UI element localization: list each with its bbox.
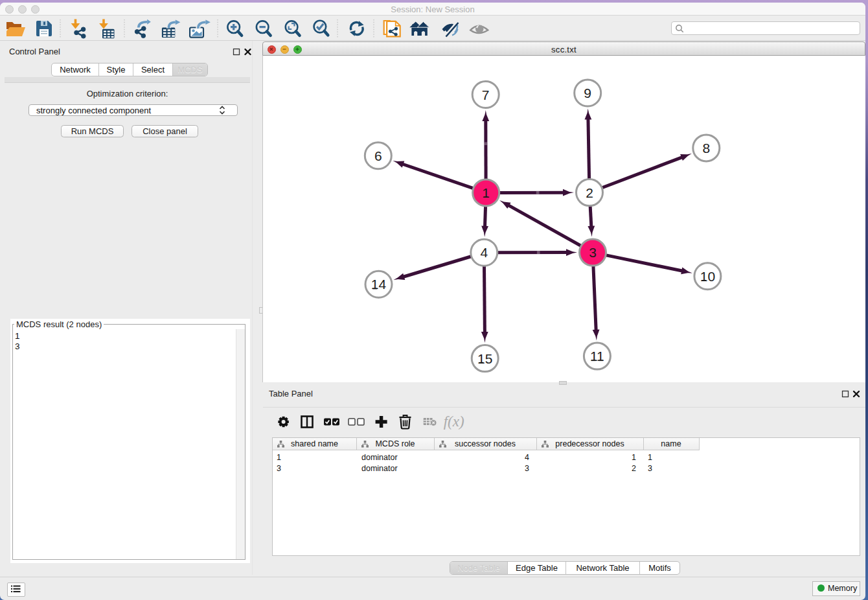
svg-text:8: 8 — [702, 141, 710, 156]
svg-text:6: 6 — [374, 148, 382, 163]
svg-text:11: 11 — [590, 349, 604, 363]
svg-text:2: 2 — [586, 185, 593, 200]
svg-text:7: 7 — [482, 87, 490, 102]
svg-text:f(x): f(x) — [444, 413, 464, 430]
svg-text:15: 15 — [477, 351, 492, 366]
svg-text:14: 14 — [371, 277, 387, 292]
svg-text:1: 1 — [482, 185, 490, 200]
svg-text:4: 4 — [480, 245, 488, 260]
svg-text:9: 9 — [584, 86, 591, 100]
svg-text:10: 10 — [700, 269, 715, 284]
svg-text:3: 3 — [589, 245, 597, 260]
